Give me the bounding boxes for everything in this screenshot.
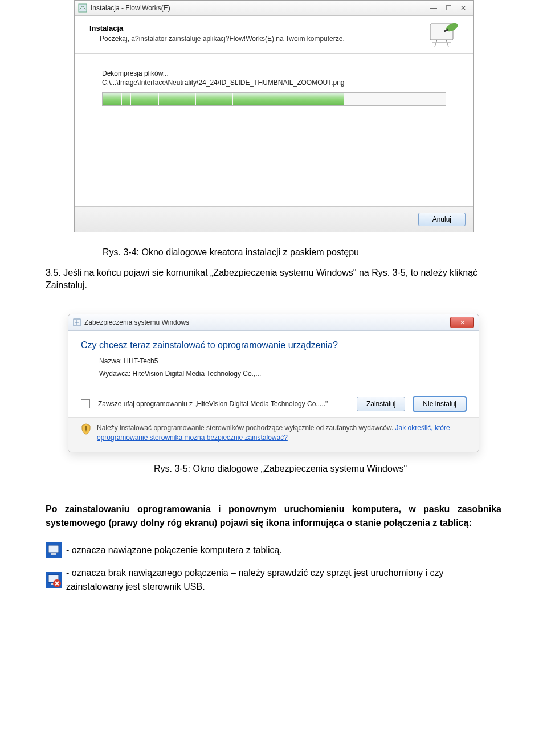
- installer-titlebar: Instalacja - Flow!Works(E) — ☐ ✕: [75, 1, 473, 16]
- security-warning-text: Należy instalować oprogramowanie sterown…: [97, 423, 466, 443]
- figure-caption-3-4: Rys. 3-4: Okno dialogowe kreatora instal…: [103, 247, 524, 258]
- wizard-board-icon: [427, 22, 461, 48]
- security-title-icon: [73, 318, 81, 326]
- installer-window: Instalacja - Flow!Works(E) — ☐ ✕ Instala…: [74, 0, 474, 232]
- always-trust-label: Zawsze ufaj oprogramowaniu z „HiteVision…: [98, 399, 349, 408]
- security-dialog: Zabezpieczenia systemu Windows ✕ Czy chc…: [68, 314, 479, 452]
- maximize-button[interactable]: ☐: [442, 3, 455, 13]
- progress-bar: [102, 92, 446, 106]
- installer-header-subtitle: Poczekaj, a?instalator zainstaluje aplik…: [100, 35, 459, 43]
- shield-icon: [81, 423, 91, 435]
- installer-body: Instalacja Poczekaj, a?instalator zainst…: [75, 16, 473, 206]
- svg-rect-9: [85, 431, 87, 432]
- security-publisher: Wydawca: HiteVision Digital Media Techno…: [68, 366, 479, 379]
- security-warning: Należy instalować oprogramowanie sterown…: [68, 417, 479, 452]
- post-install-text: Po zainstalowaniu oprogramowania i ponow…: [46, 502, 501, 530]
- security-action-row: Zawsze ufaj oprogramowaniu z „HiteVision…: [68, 387, 479, 417]
- installer-app-icon: [78, 3, 87, 13]
- security-name: Nazwa: HHT-Tech5: [68, 354, 479, 366]
- cancel-button[interactable]: Anuluj: [418, 213, 466, 226]
- svg-rect-11: [48, 545, 59, 553]
- legend-disconnected: - oznacza brak nawiązanego połączenia – …: [46, 566, 501, 594]
- svg-line-3: [435, 40, 437, 47]
- security-titlebar: Zabezpieczenia systemu Windows ✕: [68, 314, 479, 331]
- legend-disconnected-text: - oznacza brak nawiązanego połączenia – …: [66, 566, 501, 594]
- decompress-path: C:\...\Image\Interface\Neutrality\24_24\…: [102, 79, 459, 87]
- minimize-button[interactable]: —: [427, 3, 440, 13]
- installer-window-title: Instalacja - Flow!Works(E): [91, 4, 170, 12]
- installer-footer: Anuluj: [75, 206, 473, 232]
- legend-connected-text: - oznacza nawiązane połączenie komputera…: [66, 543, 282, 557]
- decompress-label: Dekompresja plików...: [102, 70, 459, 77]
- tray-connected-icon: [46, 542, 62, 558]
- legend-connected: - oznacza nawiązane połączenie komputera…: [46, 542, 501, 558]
- install-button[interactable]: Zainstaluj: [357, 397, 405, 411]
- security-close-button[interactable]: ✕: [450, 317, 474, 328]
- svg-rect-8: [85, 426, 87, 430]
- do-not-install-button[interactable]: Nie instaluj: [413, 397, 466, 411]
- installer-header-title: Instalacja: [89, 24, 459, 32]
- svg-line-4: [446, 40, 448, 47]
- tray-disconnected-icon: [46, 572, 62, 588]
- security-question: Czy chcesz teraz zainstalować to oprogra…: [68, 331, 479, 354]
- paragraph-3-5: 3.5. Jeśli na końcu pojawi się komunikat…: [46, 267, 501, 291]
- close-button[interactable]: ✕: [456, 3, 470, 13]
- security-warning-plain: Należy instalować oprogramowanie sterown…: [97, 424, 395, 432]
- svg-rect-0: [79, 4, 87, 12]
- figure-caption-3-5: Rys. 3-5: Okno dialogowe „Zabezpieczenia…: [154, 464, 524, 474]
- always-trust-checkbox[interactable]: [81, 399, 90, 408]
- security-window-title: Zabezpieczenia systemu Windows: [84, 318, 189, 326]
- svg-rect-12: [51, 553, 56, 555]
